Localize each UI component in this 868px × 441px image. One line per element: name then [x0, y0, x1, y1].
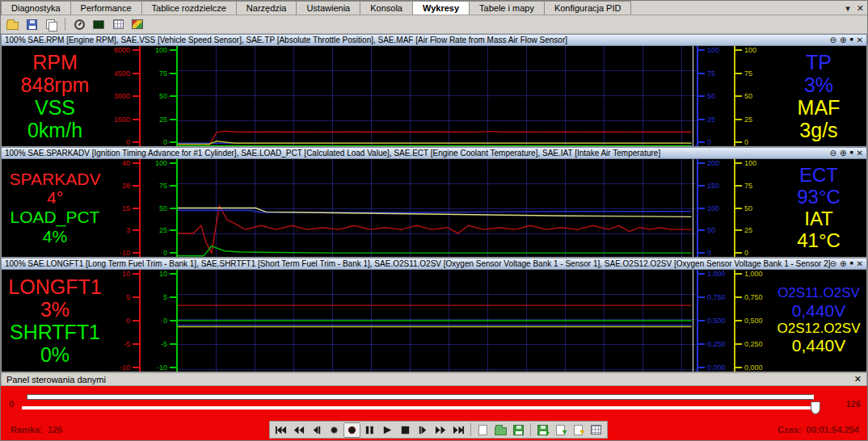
yellow-down-arrow-icon: ▼ — [579, 429, 586, 436]
axis-tick-mark — [735, 252, 742, 254]
transport-separator — [530, 423, 531, 436]
close-chart-icon[interactable]: ✕ — [857, 36, 863, 44]
record-inactive-icon[interactable] — [326, 422, 343, 438]
fast-forward-button[interactable] — [432, 422, 449, 438]
data-cursor-line — [693, 46, 693, 146]
import-yellow-button[interactable]: ▼ — [570, 422, 587, 438]
open-log-button[interactable] — [492, 422, 509, 438]
slider-thumb[interactable] — [811, 401, 820, 414]
panel-title: Panel sterowania danymi — [6, 375, 106, 384]
stop-button[interactable] — [397, 422, 414, 438]
series-name-vss: VSS — [35, 97, 75, 119]
chart-panel-fueltrim-o2: 100% SAE.LONGFT1 [Long Term Fuel Trim - … — [1, 258, 867, 372]
map-button[interactable] — [129, 16, 145, 32]
data-cursor-line — [693, 270, 693, 372]
axis-tick-mark — [698, 273, 705, 275]
axis-tick-label: 100 — [744, 47, 756, 54]
tab-wykresy[interactable]: Wykresy — [412, 1, 470, 15]
axis-tick-mark — [170, 208, 176, 209]
play-button[interactable] — [379, 422, 396, 438]
axis-tick-mark — [698, 208, 705, 209]
close-panel-icon[interactable]: ✕ — [854, 374, 862, 384]
axis-tick-label: 100 — [744, 160, 756, 167]
save-log-button[interactable] — [510, 422, 527, 438]
axis-tick-mark — [133, 162, 139, 164]
zoom-out-icon[interactable]: ⊖ — [830, 149, 836, 158]
series-name-rpm: RPM — [32, 52, 78, 74]
axis-sparkadv: 4028153-10 — [108, 159, 141, 257]
axis-tick-mark — [698, 141, 705, 143]
axis-tick-label: 150 — [707, 182, 719, 189]
axis-tick-mark — [698, 252, 705, 254]
axis-tick-label: 0,750 — [707, 294, 726, 301]
frame-status: Ramka: 126 — [11, 425, 269, 435]
new-log-button[interactable] — [474, 422, 491, 438]
chart-header: 100% SAE.SPARKADV [Ignition Timing Advan… — [1, 147, 867, 159]
zoom-in-icon[interactable]: ⊕ — [840, 149, 846, 158]
open-file-button[interactable] — [4, 16, 20, 32]
axis-tick-label: 0 — [163, 139, 167, 146]
plot-area — [178, 159, 697, 257]
axis-tick-label: 75 — [744, 182, 752, 189]
tab-diagnostyka[interactable]: Diagnostyka — [1, 1, 71, 15]
axis-tick-label: 0 — [163, 250, 167, 257]
series-name-load-pct: LOAD_PCT — [11, 208, 100, 227]
skip-to-start-button[interactable] — [272, 422, 289, 438]
tab-ustawienia[interactable]: Ustawienia — [296, 1, 360, 15]
dropdown-icon[interactable]: ▾ — [845, 3, 850, 14]
axis-tick-label: 0,250 — [707, 341, 726, 348]
open-folder-icon — [6, 22, 19, 30]
axis-tick-mark — [735, 273, 742, 275]
tab-performance[interactable]: Performance — [70, 1, 142, 15]
axis-tick-label: 15 — [122, 204, 130, 212]
export-log-button[interactable] — [534, 422, 551, 438]
tab-konfiguracja-pid[interactable]: Konfiguracja PID — [544, 1, 632, 15]
step-forward-button[interactable] — [415, 422, 432, 438]
rewind-button[interactable] — [290, 422, 307, 438]
data-grid-button[interactable] — [588, 422, 605, 438]
frame-slider[interactable] — [22, 391, 838, 417]
range-bar[interactable] — [27, 394, 814, 400]
close-chart-icon[interactable]: ✕ — [857, 149, 863, 158]
axis-tick-label: 25 — [744, 116, 752, 123]
series-value-load-pct: 4% — [43, 228, 67, 246]
zoom-in-icon[interactable]: ⊕ — [840, 260, 846, 268]
axis-tick-mark — [698, 73, 705, 74]
table-button[interactable] — [110, 16, 126, 32]
tab-konsola[interactable]: Konsola — [360, 1, 413, 15]
slider-min-label: 0 — [9, 399, 14, 409]
export-floppy-icon — [537, 425, 548, 435]
frame-value: 126 — [48, 425, 62, 435]
tab-tabele-i-mapy[interactable]: Tabele i mapy — [469, 1, 545, 15]
minimize-icon[interactable]: ■ — [849, 36, 853, 44]
axis-tick-mark — [133, 49, 139, 51]
record-active-button[interactable] — [343, 422, 360, 438]
minimize-icon[interactable]: ■ — [849, 260, 853, 268]
stopwatch-button[interactable] — [71, 16, 87, 32]
step-back-button[interactable] — [308, 422, 325, 438]
axis-tick-mark — [170, 185, 176, 187]
zoom-out-icon[interactable]: ⊖ — [830, 260, 836, 268]
axis-tick-mark — [170, 49, 176, 51]
position-track[interactable] — [22, 406, 815, 410]
axis-o2s12: 1,0000,7500,5000,2500,000 — [734, 270, 771, 372]
save-file-button[interactable] — [23, 16, 40, 32]
tab-narzedzia[interactable]: Narzędzia — [236, 1, 297, 15]
axis-tick-label: 75 — [159, 69, 167, 77]
minimize-icon[interactable]: ■ — [849, 149, 853, 158]
series-value-longft1: 3% — [40, 299, 70, 321]
zoom-out-icon[interactable]: ⊖ — [830, 36, 836, 44]
copy-button[interactable] — [43, 16, 59, 32]
console-button[interactable] — [91, 16, 107, 32]
axis-tick-label: 50 — [744, 204, 752, 212]
skip-to-end-button[interactable] — [450, 422, 467, 438]
pause-button[interactable] — [361, 422, 378, 438]
axis-tick-label: 75 — [707, 69, 715, 77]
import-green-button[interactable]: ▼ — [552, 422, 569, 438]
series-name-iat: IAT — [804, 208, 833, 229]
close-window-icon[interactable]: ✕ — [857, 3, 864, 14]
zoom-in-icon[interactable]: ⊕ — [840, 36, 846, 44]
data-cursor-line — [693, 159, 693, 257]
tab-tablice-rozdzielcze[interactable]: Tablice rozdzielcze — [141, 1, 237, 15]
close-chart-icon[interactable]: ✕ — [857, 260, 863, 268]
